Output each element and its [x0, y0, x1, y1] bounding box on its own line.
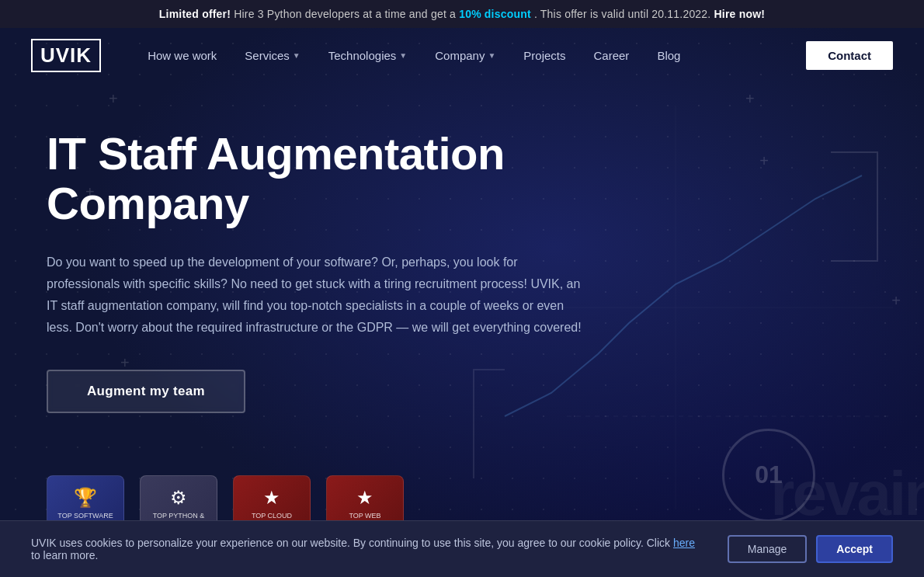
hero-content: IT Staff Augmentation Company Do you wan…	[0, 82, 745, 444]
technologies-caret: ▼	[399, 51, 407, 60]
accept-button[interactable]: Accept	[816, 535, 893, 563]
nav-services[interactable]: Services ▼	[245, 49, 300, 62]
banner-prefix: Limited offer!	[159, 8, 231, 20]
logo[interactable]: UVIK	[31, 39, 101, 72]
web-icon: ★	[356, 487, 373, 509]
nav-technologies[interactable]: Technologies ▼	[328, 49, 407, 62]
banner-hire-now: Hire now!	[714, 8, 766, 20]
clutch-icon: ⚙	[170, 487, 187, 509]
cookie-policy-link[interactable]: here	[673, 537, 695, 549]
hero-title: IT Staff Augmentation Company	[47, 129, 714, 228]
cloud-icon: ★	[263, 487, 280, 509]
nav-company[interactable]: Company ▼	[435, 49, 495, 62]
manage-button[interactable]: Manage	[728, 535, 808, 563]
banner-text: Hire 3 Python developers at a time and g…	[234, 8, 459, 20]
nav-career[interactable]: Career	[594, 49, 630, 62]
services-caret: ▼	[293, 51, 300, 60]
contact-button[interactable]: Contact	[806, 41, 893, 70]
nav-links: How we work Services ▼ Technologies ▼ Co…	[148, 49, 806, 62]
top-banner: Limited offer! Hire 3 Python developers …	[0, 0, 924, 28]
company-caret: ▼	[488, 51, 495, 60]
nav-projects[interactable]: Projects	[523, 49, 565, 62]
hero-section: + + + + + + UVIK How we work Services ▼	[0, 28, 924, 576]
cookie-text: UVIK uses cookies to personalize your ex…	[31, 537, 704, 561]
banner-suffix: . This offer is valid until 20.11.2022.	[534, 8, 711, 20]
augment-button[interactable]: Augment my team	[47, 370, 245, 413]
navbar: UVIK How we work Services ▼ Technologies…	[0, 28, 924, 82]
nav-how-we-work[interactable]: How we work	[148, 49, 217, 62]
banner-discount: 10% discount	[459, 8, 531, 20]
plus-icon: +	[891, 292, 901, 310]
hero-body: Do you want to speed up the development …	[47, 252, 590, 339]
goodfirms-icon: 🏆	[74, 487, 97, 509]
cookie-buttons: Manage Accept	[728, 535, 893, 563]
cookie-banner: UVIK uses cookies to personalize your ex…	[0, 520, 924, 577]
nav-blog[interactable]: Blog	[657, 49, 680, 62]
